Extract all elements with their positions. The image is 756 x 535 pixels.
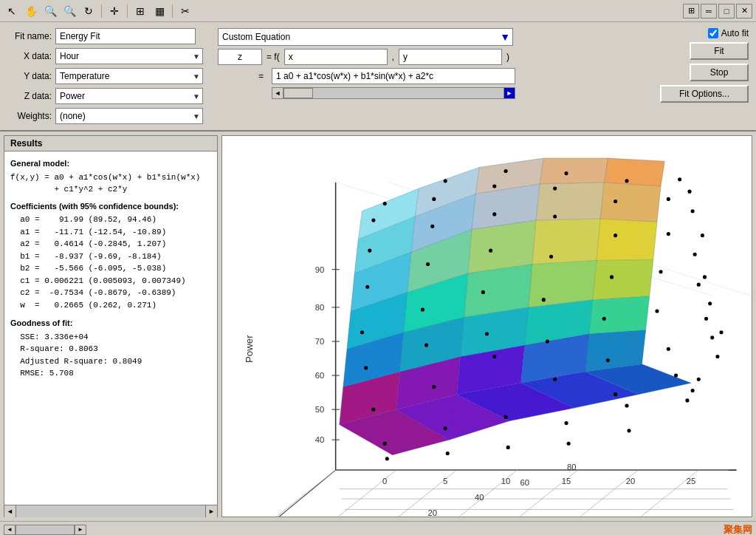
plot-area: 40 50 60 70 80 90 Power 25 20 15 10 5 [221, 135, 752, 517]
tile-button[interactable]: ⊞ [683, 4, 699, 18]
svg-point-73 [614, 200, 617, 203]
table-icon[interactable]: ▦ [151, 3, 168, 19]
eq-scroll-thumb[interactable] [284, 88, 313, 98]
svg-point-65 [492, 212, 496, 216]
svg-marker-23 [593, 259, 653, 299]
general-model-text: f(x,y) = a0 + a1*cos(w*x) + b1*sin(w*x) … [10, 171, 211, 196]
svg-point-54 [542, 298, 546, 301]
svg-point-98 [446, 451, 450, 455]
svg-point-52 [421, 307, 425, 311]
eq-x-input[interactable] [284, 49, 388, 65]
svg-point-89 [719, 330, 723, 334]
x-data-select[interactable]: Hour [55, 48, 203, 64]
close-button[interactable]: ✕ [736, 4, 752, 18]
svg-point-97 [385, 457, 389, 460]
svg-marker-27 [532, 219, 600, 264]
svg-point-61 [610, 275, 614, 279]
svg-text:60: 60 [520, 478, 529, 487]
fit-button[interactable]: Fit [690, 42, 749, 60]
svg-point-86 [704, 317, 708, 321]
z-data-label: Z data: [7, 91, 52, 101]
autofit-checkbox[interactable] [708, 28, 718, 38]
zoom-out-icon[interactable]: 🔍 [61, 3, 78, 19]
svg-text:60: 60 [315, 371, 325, 380]
pan-icon[interactable]: ✋ [23, 3, 39, 19]
svg-point-75 [383, 202, 387, 205]
bottom-scroll-right-button[interactable]: ► [75, 525, 86, 535]
svg-point-62 [659, 270, 663, 273]
hsplit-button[interactable]: ═ [701, 4, 717, 18]
svg-point-53 [481, 290, 485, 294]
results-scroll-left-button[interactable]: ◄ [4, 505, 16, 517]
svg-point-102 [685, 398, 689, 402]
svg-text:20: 20 [626, 477, 636, 485]
svg-marker-38 [604, 158, 664, 186]
svg-point-44 [674, 374, 678, 378]
fit-options-button[interactable]: Fit Options... [660, 85, 749, 103]
z-data-row: Z data: Power ▼ [7, 88, 203, 104]
x-data-label: X data: [7, 51, 52, 61]
svg-point-63 [368, 249, 371, 253]
fit-name-input[interactable] [55, 28, 196, 44]
watermark: 聚集网 [724, 523, 752, 536]
fit-name-label: Fit name: [7, 31, 52, 41]
right-config: Auto fit Fit Stop Fit Options... [660, 28, 749, 103]
svg-point-41 [492, 355, 496, 358]
eq-scroll-left-button[interactable]: ◄ [272, 87, 284, 99]
svg-point-46 [425, 344, 428, 347]
cursor-icon[interactable]: ↖ [4, 3, 20, 19]
bottom-scroll-left-button[interactable]: ◄ [4, 525, 16, 535]
eq-formula-input[interactable] [272, 68, 515, 84]
svg-point-48 [546, 339, 549, 343]
svg-point-68 [667, 232, 670, 236]
svg-marker-32 [536, 183, 604, 220]
svg-point-59 [489, 249, 492, 253]
eq-type-row: Custom Equation ▼ [218, 28, 645, 46]
goodness-text: SSE: 3.336e+04 R-square: 0.8063 Adjusted… [10, 331, 211, 380]
sep2 [127, 4, 128, 18]
svg-point-80 [678, 177, 681, 181]
svg-point-95 [564, 421, 568, 425]
svg-point-56 [655, 309, 659, 313]
bottom-scroll-track [16, 525, 75, 535]
z-axis-label: Power [244, 335, 255, 363]
weights-select[interactable]: (none) [55, 108, 203, 124]
svg-point-88 [715, 355, 719, 358]
svg-point-90 [708, 301, 712, 305]
config-panel: Fit name: X data: Hour ▼ Y data: Tempera… [0, 22, 756, 132]
z-data-select[interactable]: Power [55, 88, 203, 104]
coefficients-text: a0 = 91.99 (89.52, 94.46) a1 = -11.71 (-… [10, 214, 211, 311]
svg-point-40 [432, 385, 436, 389]
zoom-in-icon[interactable]: 🔍 [42, 3, 58, 19]
svg-point-51 [360, 330, 364, 334]
eq-equals-label: = [218, 71, 269, 81]
rotate-icon[interactable]: ↻ [80, 3, 97, 19]
scissors-icon[interactable]: ✂ [177, 3, 193, 19]
eq-type-wrapper: Custom Equation ▼ [218, 28, 513, 46]
svg-text:25: 25 [687, 477, 696, 485]
autofit-row: Auto fit [708, 28, 749, 38]
grid-icon[interactable]: ⊞ [132, 3, 148, 19]
eq-scroll-right-button[interactable]: ► [504, 87, 515, 99]
data-cursor-icon[interactable]: ✛ [106, 3, 123, 19]
y-data-select-wrapper: Temperature ▼ [55, 68, 203, 84]
eq-scrollbar: ◄ ► [272, 87, 515, 99]
eq-y-input[interactable] [399, 49, 502, 65]
maximize-button[interactable]: □ [718, 4, 735, 18]
results-panel: Results General model: f(x,y) = a0 + a1*… [4, 135, 218, 517]
eq-row1: z = f( , ) [218, 49, 645, 65]
svg-point-66 [553, 214, 557, 218]
svg-marker-33 [600, 183, 661, 222]
svg-point-87 [710, 335, 714, 339]
eq-type-select[interactable]: Custom Equation [218, 28, 513, 46]
svg-point-96 [625, 403, 628, 407]
svg-point-64 [430, 225, 434, 228]
svg-point-70 [432, 197, 436, 201]
bottom-bar: ◄ ► 聚集网 [0, 521, 756, 535]
y-data-select[interactable]: Temperature [55, 68, 203, 84]
results-scroll-right-button[interactable]: ► [205, 505, 217, 517]
stop-button[interactable]: Stop [690, 64, 749, 81]
main-content: Results General model: f(x,y) = a0 + a1*… [0, 132, 756, 521]
svg-point-103 [691, 389, 695, 392]
general-model-title: General model: [10, 157, 211, 170]
